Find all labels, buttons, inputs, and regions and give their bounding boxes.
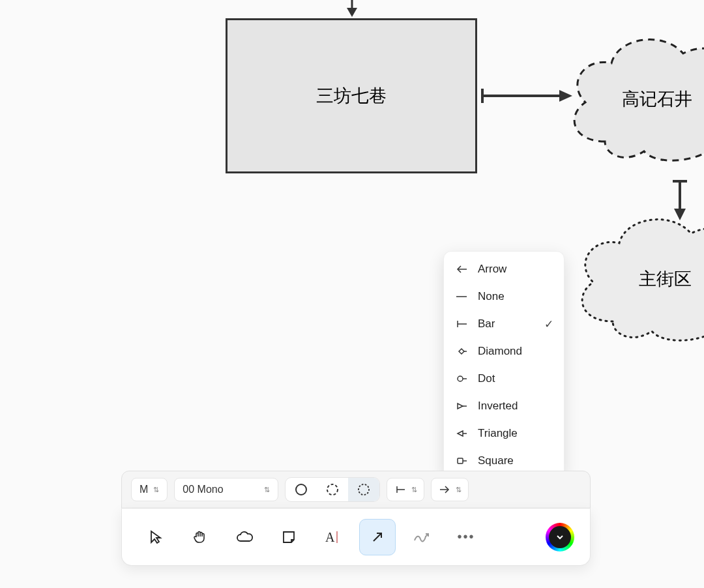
svg-marker-1 (347, 8, 357, 17)
edge-arrow-down (339, 0, 365, 20)
arrow-diag-icon (370, 529, 385, 545)
svg-marker-12 (459, 349, 464, 354)
caret-icon: ⇅ (264, 486, 270, 494)
size-select[interactable]: M ⇅ (131, 478, 168, 501)
dot-icon (454, 374, 469, 383)
hand-tool[interactable] (182, 519, 218, 555)
toolbar: M ⇅ 00 Mono ⇅ ⇅ ⇅ (121, 471, 591, 566)
menu-item-label: None (478, 290, 505, 303)
color-picker[interactable] (546, 523, 574, 551)
arrowhead-option-diamond[interactable]: Diamond (444, 338, 564, 365)
draw-tool[interactable] (403, 519, 440, 555)
edge-bar-arrow (478, 86, 576, 106)
arrowhead-option-arrow[interactable]: Arrow (444, 256, 564, 283)
border-dotted[interactable] (348, 478, 379, 501)
text-tool[interactable]: A (315, 519, 351, 555)
inverted-triangle-icon (454, 402, 469, 411)
menu-item-label: Bar (478, 317, 495, 331)
check-icon: ✓ (544, 317, 553, 331)
caret-icon: ⇅ (153, 486, 159, 494)
main-tool-bar: A ••• (121, 508, 591, 566)
menu-item-label: Square (478, 454, 514, 467)
arrowhead-option-triangle[interactable]: Triangle (444, 420, 564, 447)
menu-item-label: Triangle (478, 427, 518, 440)
cursor-icon (147, 529, 164, 546)
svg-point-24 (359, 484, 369, 495)
arrowhead-option-none[interactable]: None (444, 283, 564, 310)
arrow-tool[interactable] (359, 519, 396, 555)
arrowhead-start-select[interactable]: ⇅ (387, 478, 424, 501)
hand-icon (191, 528, 209, 546)
bar-icon (454, 319, 469, 329)
arrowhead-end-select[interactable]: ⇅ (431, 478, 469, 501)
line-icon (454, 292, 469, 301)
svg-marker-18 (458, 431, 463, 436)
cloud-icon (235, 529, 254, 545)
style-bar: M ⇅ 00 Mono ⇅ ⇅ ⇅ (121, 471, 591, 508)
sticky-note-icon (280, 529, 297, 546)
svg-line-30 (374, 533, 381, 541)
arrow-end-icon (439, 485, 452, 494)
arrowhead-option-bar[interactable]: Bar ✓ (444, 310, 564, 338)
chevron-down-icon (549, 526, 571, 548)
arrow-left-icon (454, 265, 469, 274)
font-select[interactable]: 00 Mono ⇅ (174, 478, 278, 501)
menu-item-label: Arrow (478, 263, 506, 276)
size-label: M (139, 484, 148, 495)
arrowhead-start-menu[interactable]: Arrow None Bar ✓ Diamond Dot Inverted (443, 251, 565, 479)
text-cursor-icon: A (324, 529, 342, 546)
border-style-segment (285, 477, 380, 502)
node-label: 高记石井 (622, 87, 692, 111)
caret-icon: ⇅ (411, 486, 417, 494)
svg-point-23 (327, 484, 338, 495)
select-tool[interactable] (138, 519, 174, 555)
node-rectangle[interactable]: 三坊七巷 (226, 18, 477, 173)
svg-text:A: A (325, 530, 335, 544)
arrowhead-option-dot[interactable]: Dot (444, 365, 564, 392)
square-icon (454, 456, 469, 465)
caret-icon: ⇅ (456, 486, 462, 494)
node-cloud-dotted[interactable]: 主街区 (574, 211, 704, 347)
font-label: 00 Mono (183, 484, 223, 495)
bar-start-icon (394, 485, 407, 494)
arrowhead-option-inverted[interactable]: Inverted (444, 392, 564, 420)
node-cloud-dashed[interactable]: 高记石井 (566, 24, 704, 174)
svg-rect-20 (458, 458, 463, 463)
scribble-icon (413, 530, 431, 544)
menu-item-label: Diamond (478, 345, 522, 358)
menu-item-label: Dot (478, 372, 495, 385)
border-solid[interactable] (286, 478, 317, 501)
triangle-icon (454, 429, 469, 438)
svg-point-14 (458, 376, 463, 381)
menu-item-label: Inverted (478, 400, 518, 413)
node-label: 主街区 (639, 267, 692, 291)
ellipsis-icon: ••• (457, 529, 475, 544)
svg-marker-16 (458, 404, 463, 409)
svg-point-22 (296, 484, 306, 495)
note-tool[interactable] (271, 519, 307, 555)
more-tools[interactable]: ••• (448, 519, 484, 555)
border-dashed[interactable] (317, 478, 348, 501)
node-label: 三坊七巷 (316, 84, 387, 108)
cloud-tool[interactable] (226, 519, 263, 555)
diamond-icon (454, 347, 469, 356)
